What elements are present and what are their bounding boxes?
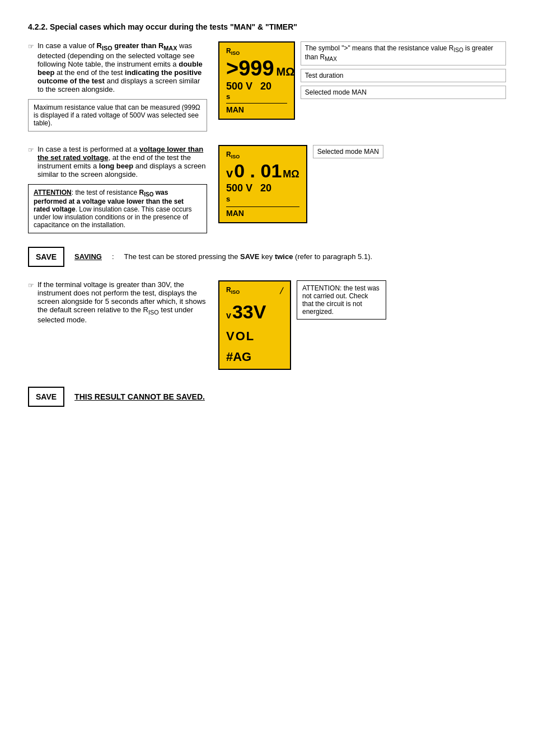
callout1-duration: Test duration: [301, 69, 506, 82]
callout1-text: The symbol ">" means that the resistance…: [301, 41, 506, 65]
screen2-voltage: 500 V: [226, 182, 252, 194]
note-box-1: Maximum resistance value that can be mea…: [28, 99, 207, 132]
page-title: 4.2.2. Special cases which may occur dur…: [28, 22, 506, 31]
section2-bullet: ☞ In case a test is performed at a volta…: [28, 145, 207, 179]
attention-text: ATTENTION: the test of resistance RISO w…: [34, 189, 192, 229]
screen1-value: >999 MΩ: [226, 57, 287, 81]
section1-left: ☞ In case a value of RISO greater than R…: [28, 41, 207, 132]
section3: ☞ If the terminal voltage is greater tha…: [28, 280, 506, 370]
save-section-2: SAVE THIS RESULT CANNOT BE SAVED.: [28, 387, 506, 407]
screen-3: RISO ╱ v 33V VOL #AG: [218, 280, 291, 370]
screen-2: RISO v0 . 01 MΩ 500 V 20 s MAN: [218, 145, 307, 223]
screen2-riso: RISO: [226, 151, 299, 159]
callout-area-2: Selected mode MAN: [313, 145, 383, 158]
screen1-time: 20: [260, 81, 271, 92]
section3-text: If the terminal voltage is greater than …: [38, 280, 207, 324]
attention-box-2: ATTENTION: the test was not carried out.…: [297, 280, 386, 320]
bullet-icon: ☞: [28, 43, 34, 50]
section3-bullet: ☞ If the terminal voltage is greater tha…: [28, 280, 207, 324]
section1-bullet: ☞ In case a value of RISO greater than R…: [28, 41, 207, 93]
screen2-time-unit: s: [226, 195, 299, 203]
screen2-row2: 500 V 20: [226, 182, 299, 194]
screen1-row2: 500 V 20: [226, 81, 287, 92]
attention-box-1: ATTENTION: the test of resistance RISO w…: [28, 184, 207, 233]
section1-right: RISO >999 MΩ 500 V 20 s MAN The symbol "…: [218, 41, 506, 120]
screen3-value: v 33V: [226, 301, 283, 323]
bullet-icon-3: ☞: [28, 281, 34, 289]
note-text-1: Maximum resistance value that can be mea…: [34, 104, 200, 127]
section2-text: In case a test is performed at a voltage…: [38, 145, 207, 179]
save-desc: The test can be stored pressing the SAVE…: [124, 252, 372, 261]
save-button-2[interactable]: SAVE: [28, 387, 64, 407]
callout2-mode: Selected mode MAN: [313, 145, 383, 158]
screen3-riso: RISO ╱: [226, 286, 283, 295]
screen1-time-unit: s: [226, 92, 287, 101]
screen2-value: v0 . 01 MΩ: [226, 160, 299, 182]
screen-1: RISO >999 MΩ 500 V 20 s MAN: [218, 41, 295, 120]
attention-text-2: ATTENTION: the test was not carried out.…: [302, 284, 380, 316]
section2-right: RISO v0 . 01 MΩ 500 V 20 s MAN Selected …: [218, 145, 506, 223]
screen1-riso: RISO: [226, 47, 287, 56]
section2: ☞ In case a test is performed at a volta…: [28, 145, 506, 233]
section3-right: RISO ╱ v 33V VOL #AG ATTENTION: the test…: [218, 280, 506, 370]
screen3-ag: #AG: [226, 350, 283, 364]
screen2-time: 20: [260, 182, 271, 194]
screen1-voltage: 500 V: [226, 81, 252, 92]
callout1-mode: Selected mode MAN: [301, 86, 506, 99]
callout-area-1: The symbol ">" means that the resistance…: [301, 41, 506, 99]
cannot-save-label: THIS RESULT CANNOT BE SAVED.: [74, 392, 205, 401]
section3-left: ☞ If the terminal voltage is greater tha…: [28, 280, 207, 330]
saving-colon: :: [112, 252, 114, 261]
section2-left: ☞ In case a test is performed at a volta…: [28, 145, 207, 233]
screen2-mode: MAN: [226, 206, 299, 218]
bullet-icon-2: ☞: [28, 146, 34, 154]
saving-label: SAVING: [74, 252, 102, 261]
save-button-1[interactable]: SAVE: [28, 247, 64, 267]
screen1-mode: MAN: [226, 103, 287, 114]
section1: ☞ In case a value of RISO greater than R…: [28, 41, 506, 132]
save-section-1: SAVE SAVING: The test can be stored pres…: [28, 247, 506, 267]
section1-text: In case a value of RISO greater than RMA…: [38, 41, 207, 93]
screen3-vol: VOL: [226, 329, 283, 344]
